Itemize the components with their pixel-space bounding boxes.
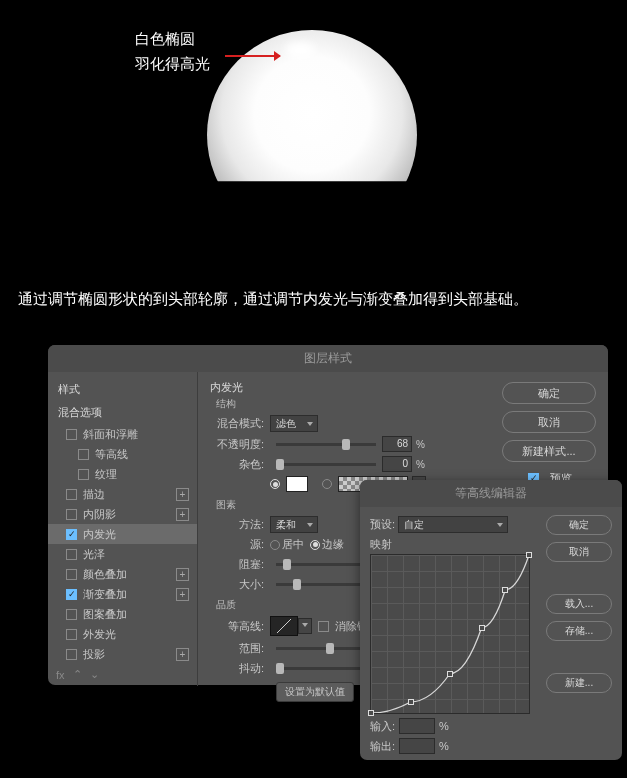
curve-point[interactable] [368, 710, 374, 716]
style-row-3[interactable]: 描边+ [48, 484, 197, 504]
noise-label: 杂色: [210, 457, 264, 472]
structure-label: 结构 [216, 397, 476, 411]
contour-dropdown-icon[interactable] [298, 618, 312, 634]
style-label: 纹理 [95, 467, 117, 482]
style-label: 光泽 [83, 547, 105, 562]
style-row-8[interactable]: 渐变叠加+ [48, 584, 197, 604]
contour-save-button[interactable]: 存储... [546, 621, 612, 641]
annotation-1: 白色椭圆 [135, 30, 195, 49]
size-label: 大小: [210, 577, 264, 592]
style-list-panel: 样式 混合选项 斜面和浮雕等高线纹理描边+内阴影+内发光光泽颜色叠加+渐变叠加+… [48, 372, 198, 686]
input-label: 输入: [370, 719, 395, 734]
contour-ok-button[interactable]: 确定 [546, 515, 612, 535]
source-center-radio[interactable] [270, 540, 280, 550]
contour-label: 等高线: [210, 619, 264, 634]
pct-sign: % [416, 439, 425, 450]
description-text: 通过调节椭圆形状的到头部轮廓，通过调节内发光与渐变叠加得到头部基础。 [18, 290, 609, 309]
ok-button[interactable]: 确定 [502, 382, 596, 404]
style-row-11[interactable]: 投影+ [48, 644, 197, 664]
contour-new-button[interactable]: 新建... [546, 673, 612, 693]
style-label: 等高线 [95, 447, 128, 462]
style-label: 内阴影 [83, 507, 116, 522]
input-value[interactable] [399, 718, 435, 734]
opacity-value[interactable]: 68 [382, 436, 412, 452]
styles-header[interactable]: 样式 [48, 378, 197, 401]
antialias-checkbox[interactable] [318, 621, 329, 632]
style-checkbox[interactable] [66, 489, 77, 500]
curve-point[interactable] [479, 625, 485, 631]
style-checkbox[interactable] [66, 569, 77, 580]
source-label: 源: [210, 537, 264, 552]
add-effect-icon[interactable]: + [176, 508, 189, 521]
style-row-4[interactable]: 内阴影+ [48, 504, 197, 524]
set-default-button[interactable]: 设置为默认值 [276, 682, 354, 702]
input-pct: % [439, 720, 449, 732]
opacity-slider[interactable] [276, 443, 376, 446]
style-checkbox[interactable] [66, 609, 77, 620]
blend-mode-label: 混合模式: [210, 416, 264, 431]
cancel-button[interactable]: 取消 [502, 411, 596, 433]
technique-dropdown[interactable]: 柔和 [270, 516, 318, 533]
fx-down-icon[interactable]: ⌄ [90, 668, 99, 681]
technique-label: 方法: [210, 517, 264, 532]
style-row-10[interactable]: 外发光 [48, 624, 197, 644]
curve-point[interactable] [526, 552, 532, 558]
color-radio-gradient[interactable] [322, 479, 332, 489]
style-row-7[interactable]: 颜色叠加+ [48, 564, 197, 584]
output-pct: % [439, 740, 449, 752]
contour-curve-grid[interactable] [370, 554, 530, 714]
style-row-1[interactable]: 等高线 [48, 444, 197, 464]
curve-point[interactable] [447, 671, 453, 677]
style-checkbox[interactable] [66, 649, 77, 660]
preset-dropdown[interactable]: 自定 [398, 516, 508, 533]
noise-value[interactable]: 0 [382, 456, 412, 472]
style-label: 投影 [83, 647, 105, 662]
jitter-label: 抖动: [210, 661, 264, 676]
curve-point[interactable] [502, 587, 508, 593]
contour-swatch[interactable] [270, 616, 298, 636]
style-checkbox[interactable] [66, 549, 77, 560]
contour-cancel-button[interactable]: 取消 [546, 542, 612, 562]
fx-up-icon[interactable]: ⌃ [73, 668, 82, 681]
style-row-9[interactable]: 图案叠加 [48, 604, 197, 624]
contour-load-button[interactable]: 载入... [546, 594, 612, 614]
source-center-label: 居中 [282, 537, 304, 552]
style-checkbox[interactable] [66, 429, 77, 440]
contour-editor-dialog: 等高线编辑器 预设: 自定 映射 输入: % 输出: [360, 480, 622, 760]
style-row-6[interactable]: 光泽 [48, 544, 197, 564]
style-checkbox[interactable] [66, 529, 77, 540]
output-value[interactable] [399, 738, 435, 754]
style-checkbox[interactable] [78, 449, 89, 460]
style-checkbox[interactable] [78, 469, 89, 480]
blend-options-header[interactable]: 混合选项 [48, 401, 197, 424]
style-label: 外发光 [83, 627, 116, 642]
style-row-0[interactable]: 斜面和浮雕 [48, 424, 197, 444]
annotation-2: 羽化得高光 [135, 55, 210, 74]
new-style-button[interactable]: 新建样式... [502, 440, 596, 462]
panel-title: 内发光 [210, 380, 476, 395]
style-label: 斜面和浮雕 [83, 427, 138, 442]
add-effect-icon[interactable]: + [176, 568, 189, 581]
add-effect-icon[interactable]: + [176, 648, 189, 661]
add-effect-icon[interactable]: + [176, 488, 189, 501]
add-effect-icon[interactable]: + [176, 588, 189, 601]
style-label: 颜色叠加 [83, 567, 127, 582]
choke-label: 阻塞: [210, 557, 264, 572]
blend-mode-dropdown[interactable]: 滤色 [270, 415, 318, 432]
output-label: 输出: [370, 739, 395, 754]
solid-color-swatch[interactable] [286, 476, 308, 492]
style-checkbox[interactable] [66, 589, 77, 600]
curve-point[interactable] [408, 699, 414, 705]
style-checkbox[interactable] [66, 629, 77, 640]
style-row-2[interactable]: 纹理 [48, 464, 197, 484]
preset-label: 预设: [370, 517, 395, 532]
style-row-5[interactable]: 内发光 [48, 524, 197, 544]
noise-slider[interactable] [276, 463, 376, 466]
source-edge-label: 边缘 [322, 537, 344, 552]
source-edge-radio[interactable] [310, 540, 320, 550]
style-checkbox[interactable] [66, 509, 77, 520]
highlight-spot [285, 42, 315, 58]
color-radio-solid[interactable] [270, 479, 280, 489]
style-label: 描边 [83, 487, 105, 502]
style-label: 图案叠加 [83, 607, 127, 622]
